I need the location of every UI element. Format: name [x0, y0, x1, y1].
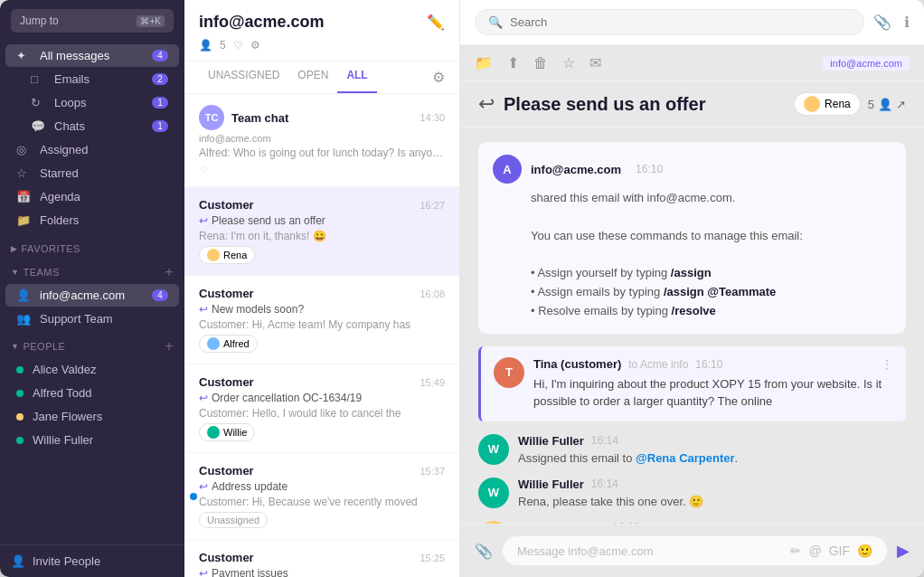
alice-label: Alice Valdez: [33, 363, 97, 376]
info-icon[interactable]: ℹ: [904, 14, 910, 31]
chat-title: Please send us an offer: [504, 94, 794, 115]
invite-label: Invite People: [33, 554, 100, 568]
customer-4-subject: ↩ Address update: [199, 480, 445, 493]
sidebar-item-info-acme[interactable]: 👤 info@acme.com 4: [5, 284, 179, 307]
willie-sender-1: Willie Fuller: [518, 434, 584, 448]
trash-toolbar-icon[interactable]: 🗑: [533, 55, 548, 71]
tab-open[interactable]: OPEN: [288, 61, 337, 93]
system-message-header: A info@acme.com 16:10: [493, 155, 891, 184]
tab-open-label: OPEN: [297, 69, 328, 81]
conv-item-customer-3-header: Customer 15:49: [199, 375, 445, 389]
customer-4-sender: Customer: [199, 464, 254, 478]
unread-dot: [190, 493, 197, 500]
archive-toolbar-icon[interactable]: ⬆: [507, 54, 519, 71]
input-icons: ✏ @ GIF 🙂: [790, 544, 872, 558]
customer-1-assignee: Rena: [199, 246, 255, 264]
sidebar-item-chats[interactable]: 💬 Chats 1: [5, 115, 179, 137]
willie-avatar-1: W: [478, 434, 509, 465]
conv-header-meta: 👤 5 ♡ ⚙: [199, 39, 445, 52]
rena-mention: @Rena Carpenter: [636, 451, 734, 465]
conv-item-customer-5[interactable]: Customer 15:25 ↩ Payment issues Customer…: [184, 540, 459, 577]
conv-item-customer-4[interactable]: Customer 15:37 ↩ Address update Customer…: [184, 453, 459, 540]
filter-button[interactable]: ⚙: [432, 61, 445, 93]
system-text: shared this email with info@acme.com. Yo…: [493, 189, 891, 321]
emoji-icon[interactable]: 🙂: [857, 544, 872, 558]
starred-icon: ☆: [16, 166, 33, 180]
sidebar-item-loops[interactable]: ↻ Loops 1: [5, 91, 179, 114]
invite-people-button[interactable]: 👤 Invite People: [0, 544, 184, 577]
folders-label: Folders: [40, 213, 168, 227]
sidebar-item-alice[interactable]: Alice Valdez: [5, 358, 179, 381]
sidebar-item-alfred[interactable]: Alfred Todd: [5, 382, 179, 404]
team-chat-star: ☆: [199, 163, 209, 175]
willie-action-2-content: Willie Fuller 16:14 Rena, please take th…: [518, 478, 906, 508]
willie-avatar-2: W: [478, 478, 509, 508]
teams-add-button[interactable]: +: [165, 264, 174, 280]
alice-status-dot: [16, 366, 24, 374]
sidebar-item-support-team[interactable]: 👥 Support Team: [5, 307, 179, 330]
alfred-mini-avatar: [207, 337, 220, 350]
system-sender: info@acme.com: [531, 163, 621, 176]
customer-4-footer: Unassigned: [199, 512, 445, 528]
teams-header[interactable]: ▼ TEAMS +: [0, 257, 184, 283]
sidebar-item-starred[interactable]: ☆ Starred: [5, 162, 179, 184]
sidebar-item-assigned[interactable]: ◎ Assigned: [5, 138, 179, 161]
sidebar-item-folders[interactable]: 📁 Folders: [5, 209, 179, 232]
gif-icon[interactable]: GIF: [829, 544, 850, 558]
folder-toolbar-icon[interactable]: 📁: [475, 54, 493, 71]
tab-unassigned[interactable]: UNASSIGNED: [199, 61, 288, 93]
conv-item-customer-1[interactable]: Customer 16:27 ↩ Please send us an offer…: [184, 187, 459, 276]
sidebar-item-emails[interactable]: □ Emails 2: [5, 68, 179, 90]
favorites-chevron: ▶: [11, 244, 18, 253]
customer-2-time: 16:08: [420, 288, 445, 299]
at-icon[interactable]: @: [808, 544, 821, 558]
favorites-header[interactable]: ▶ FAVORITES: [0, 236, 184, 257]
people-header[interactable]: ▼ PEOPLE +: [0, 331, 184, 357]
sidebar-item-all-messages[interactable]: ✦ All messages 4: [5, 44, 179, 67]
tab-all[interactable]: ALL: [337, 61, 376, 93]
email-toolbar-icon[interactable]: ✉: [589, 54, 601, 71]
attach-icon[interactable]: 📎: [873, 14, 891, 31]
sidebar-item-agenda[interactable]: 📅 Agenda: [5, 185, 179, 208]
folders-icon: 📁: [16, 213, 33, 227]
tina-time: 16:10: [695, 358, 722, 371]
conv-item-customer-3[interactable]: Customer 15:49 ↩ Order cancellation OC-1…: [184, 364, 459, 453]
export-icon: ↗: [896, 98, 906, 111]
conv-tabs: UNASSIGNED OPEN ALL ⚙: [184, 61, 459, 94]
people-add-button[interactable]: +: [165, 338, 174, 355]
chat-toolbar: 📁 ⬆ 🗑 ☆ ✉ info@acme.com: [460, 45, 924, 81]
sidebar: Jump to ⌘+K ✦ All messages 4 □ Emails 2 …: [0, 0, 184, 577]
emails-icon: □: [31, 72, 47, 86]
sidebar-item-willie[interactable]: Willie Fuller: [5, 429, 179, 451]
willie-action-text-1: Assigned this email to @Rena Carpenter.: [518, 451, 906, 465]
support-icon: 👥: [16, 312, 33, 326]
pencil-icon[interactable]: ✏: [790, 544, 801, 558]
search-input[interactable]: [510, 15, 851, 29]
team-chat-time: 14:30: [420, 112, 445, 123]
jump-to-button[interactable]: Jump to ⌘+K: [11, 9, 174, 33]
teams-section: 👤 info@acme.com 4 👥 Support Team: [0, 283, 184, 331]
star-toolbar-icon[interactable]: ☆: [562, 54, 575, 71]
message-input-field[interactable]: Message info@acme.com ✏ @ GIF 🙂: [502, 535, 888, 566]
loops-label: Loops: [54, 96, 152, 109]
people-section: Alice Valdez Alfred Todd Jane Flowers Wi…: [0, 357, 184, 452]
search-box[interactable]: 🔍: [475, 9, 864, 35]
customer-4-preview: Customer: Hi, Because we've recently mov…: [199, 496, 445, 508]
attach-input-icon[interactable]: 📎: [475, 543, 493, 560]
team-icon: 👤: [16, 288, 33, 302]
compose-button[interactable]: ✏️: [427, 14, 445, 31]
reply-icon-5: ↩: [199, 567, 208, 577]
conv-item-customer-4-header: Customer 15:37: [199, 464, 445, 478]
people-chevron: ▼: [11, 342, 19, 351]
send-button[interactable]: ▶: [897, 541, 910, 561]
invite-icon: 👤: [11, 554, 25, 568]
conv-item-customer-2[interactable]: Customer 16:08 ↩ New models soon? Custom…: [184, 276, 459, 364]
willie-action-text-2: Rena, please take this one over. 🙂: [518, 495, 906, 508]
emails-label: Emails: [54, 72, 152, 86]
customer-2-sender: Customer: [199, 287, 254, 300]
conv-item-team-chat[interactable]: TC Team chat 14:30 info@acme.com Alfred:…: [184, 94, 459, 187]
tina-more-button[interactable]: ⋮: [881, 357, 893, 372]
sidebar-item-jane[interactable]: Jane Flowers: [5, 405, 179, 428]
cmd-assign: /assign: [671, 266, 712, 279]
customer-3-subject: ↩ Order cancellation OC-1634/19: [199, 392, 445, 404]
